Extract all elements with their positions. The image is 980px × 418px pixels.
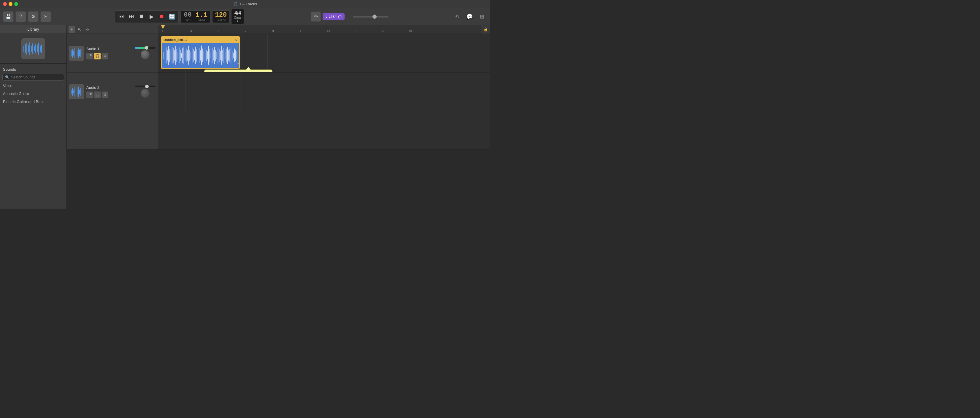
- svg-rect-9: [37, 45, 38, 52]
- track-content-1[interactable]: Untitled_2#01.2 ↻: [158, 34, 490, 72]
- sound-category-electric-guitar[interactable]: Electric Guitar and Bass ›: [0, 98, 67, 106]
- track-headphone-button-2[interactable]: 🎧: [94, 91, 100, 98]
- svg-rect-46: [189, 49, 190, 61]
- svg-rect-37: [179, 47, 180, 64]
- track-mic-button-1[interactable]: 🎤: [86, 53, 93, 59]
- search-bar[interactable]: 🔍: [2, 74, 64, 80]
- svg-rect-92: [76, 89, 76, 94]
- pointer-tool-button[interactable]: ↖: [76, 26, 83, 33]
- svg-rect-34: [175, 46, 176, 65]
- volume-thumb[interactable]: [372, 14, 377, 19]
- share-button[interactable]: ⎋: [452, 11, 462, 22]
- track-info-2: Audio 2 🎤 🎧 ⬇: [86, 85, 132, 98]
- record-icon: ⏺: [159, 13, 164, 20]
- mic-icon-2: 🎤: [88, 93, 92, 97]
- svg-rect-20: [78, 48, 79, 58]
- volume-knob-2[interactable]: [140, 89, 150, 98]
- svg-rect-31: [172, 47, 172, 64]
- time-signature[interactable]: 4/4 Cmaj ▾: [231, 9, 244, 24]
- svg-rect-43: [186, 48, 186, 62]
- svg-rect-65: [212, 48, 213, 63]
- stop-button[interactable]: ⏹: [137, 12, 146, 21]
- add-track-button[interactable]: +: [68, 26, 75, 33]
- record-button[interactable]: ⏺: [157, 12, 167, 21]
- svg-rect-97: [82, 90, 82, 93]
- chat-icon: 💬: [466, 13, 473, 20]
- volume-knob-1[interactable]: [140, 50, 150, 59]
- svg-rect-38: [180, 49, 181, 61]
- svg-rect-39: [181, 53, 182, 57]
- volume-slider[interactable]: [353, 16, 388, 18]
- fast-forward-button[interactable]: ⏭: [127, 12, 136, 21]
- sound-category-voice[interactable]: Voice ›: [0, 82, 67, 90]
- counter-display[interactable]: 00 1.1 BAR BEAT: [180, 10, 210, 23]
- midi-note-icon: ♩: [326, 14, 327, 19]
- track-fader-thumb-2[interactable]: [145, 85, 149, 88]
- svg-rect-90: [73, 90, 74, 93]
- track-info-1: Audio 1 🎤 🎧 ⬇: [86, 47, 132, 59]
- midi-button[interactable]: ♩ ♩234 ⬡: [323, 13, 345, 20]
- track-fader-1[interactable]: [135, 47, 156, 49]
- track-mic-button-2[interactable]: 🎤: [86, 91, 93, 98]
- tempo-display[interactable]: 120 TEMPO: [212, 10, 229, 23]
- svg-rect-54: [199, 48, 199, 63]
- volume-area: [353, 16, 388, 18]
- midi-expand-icon: ⬡: [338, 14, 342, 19]
- svg-rect-71: [219, 49, 220, 62]
- track-fader-thumb-1[interactable]: [145, 46, 148, 49]
- time-sig-chevron[interactable]: ▾: [237, 19, 238, 22]
- track-headphone-button-1[interactable]: 🎧: [94, 53, 100, 59]
- headphone-icon-2: 🎧: [95, 93, 100, 97]
- apps-button[interactable]: ⊞: [477, 11, 487, 22]
- svg-rect-45: [188, 46, 189, 65]
- minimize-button[interactable]: [9, 2, 13, 6]
- region-refresh-icon[interactable]: ↻: [235, 38, 237, 41]
- track-fader-2[interactable]: [135, 86, 156, 87]
- save-icon: 💾: [5, 14, 11, 19]
- svg-rect-72: [220, 51, 221, 60]
- svg-rect-56: [201, 45, 202, 65]
- settings-button[interactable]: ⚙: [28, 11, 38, 22]
- tracks-scroll-area[interactable]: Audio 1 🎤 🎧 ⬇: [67, 34, 490, 209]
- svg-rect-59: [205, 47, 205, 64]
- resize-cursor-icon: ↔: [235, 61, 239, 66]
- svg-rect-64: [211, 53, 211, 58]
- track-bounce-button-2[interactable]: ⬇: [102, 91, 108, 98]
- track-content-2[interactable]: [158, 72, 490, 111]
- svg-rect-60: [206, 49, 207, 61]
- rewind-button[interactable]: ⏮: [117, 12, 126, 21]
- close-button[interactable]: [3, 2, 7, 6]
- svg-rect-78: [227, 47, 228, 64]
- bar-value: 00 1.1: [184, 12, 207, 18]
- save-button[interactable]: 💾: [3, 11, 14, 22]
- track-waveform-icon-2: [70, 85, 83, 99]
- track-bounce-button-1[interactable]: ⬇: [102, 53, 108, 59]
- timeline-header-area: + ↖ ⊹ 1 3 5 7: [67, 25, 490, 34]
- pencil-button[interactable]: ✏: [311, 11, 321, 22]
- snap-tool-button[interactable]: ⊹: [84, 26, 91, 33]
- cycle-button[interactable]: 🔄: [167, 12, 177, 21]
- scissors-icon: ✂: [44, 14, 48, 19]
- svg-rect-15: [72, 49, 73, 57]
- add-icon: +: [70, 27, 73, 32]
- svg-rect-12: [41, 45, 42, 53]
- window-controls[interactable]: [3, 2, 18, 6]
- audio-region-1[interactable]: Untitled_2#01.2 ↻: [161, 36, 240, 69]
- svg-rect-0: [24, 46, 24, 52]
- svg-rect-6: [32, 43, 33, 54]
- content-area: Library: [0, 25, 490, 209]
- svg-rect-32: [173, 48, 173, 63]
- maximize-button[interactable]: [14, 2, 18, 6]
- help-button[interactable]: ?: [16, 11, 26, 22]
- lock-icon-area: 🔒: [481, 25, 490, 34]
- track-name-2: Audio 2: [86, 85, 132, 90]
- sound-category-acoustic-guitar[interactable]: Acoustic Guitar ›: [0, 90, 67, 98]
- svg-rect-18: [76, 49, 76, 57]
- search-input[interactable]: [11, 75, 61, 79]
- play-button[interactable]: ▶: [147, 12, 156, 21]
- scissors-button[interactable]: ✂: [40, 11, 51, 22]
- chat-button[interactable]: 💬: [465, 11, 474, 22]
- track-buttons-1: 🎤 🎧 ⬇: [86, 53, 132, 59]
- svg-rect-19: [77, 51, 78, 56]
- svg-rect-94: [78, 87, 79, 97]
